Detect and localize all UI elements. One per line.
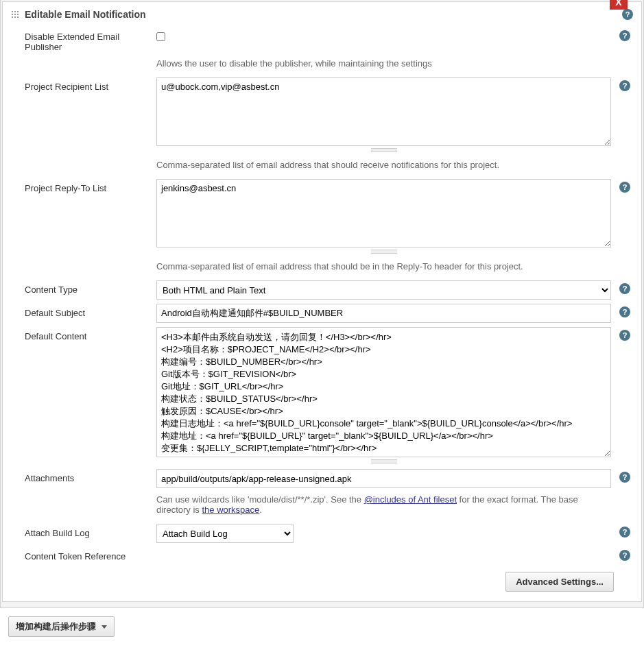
email-notification-section: X Editable Email Notification ? Disable …: [2, 1, 642, 602]
help-icon[interactable]: ?: [619, 330, 630, 341]
recipient-list-label: Project Recipient List: [11, 77, 148, 92]
token-ref-label: Content Token Reference: [11, 547, 148, 562]
content-type-label: Content Type: [11, 280, 148, 295]
help-icon[interactable]: ?: [619, 472, 630, 483]
disable-publisher-checkbox[interactable]: [156, 32, 165, 41]
resize-handle-icon[interactable]: [371, 250, 397, 254]
replyto-list-desc: Comma-separated list of email address th…: [156, 260, 611, 271]
recipient-list-input[interactable]: [156, 77, 611, 146]
add-postbuild-step-button[interactable]: 增加构建后操作步骤: [8, 616, 115, 637]
disable-publisher-desc: Allows the user to disable the publisher…: [156, 57, 611, 69]
ant-fileset-link[interactable]: @includes of Ant fileset: [364, 494, 457, 505]
attach-log-select[interactable]: Attach Build Log: [156, 524, 294, 543]
resize-handle-icon[interactable]: [371, 148, 397, 152]
advanced-settings-button[interactable]: Advanced Settings...: [505, 572, 614, 592]
default-content-label: Default Content: [11, 327, 148, 341]
help-icon[interactable]: ?: [619, 283, 630, 294]
close-button[interactable]: X: [610, 0, 628, 10]
section-title: Editable Email Notification: [25, 9, 146, 20]
attachments-input[interactable]: [156, 469, 611, 488]
default-content-input[interactable]: [156, 327, 611, 457]
attachments-desc: Can use wildcards like 'module/dist/**/*…: [156, 493, 611, 515]
help-icon[interactable]: ?: [619, 550, 630, 561]
help-icon[interactable]: ?: [619, 30, 630, 41]
help-icon[interactable]: ?: [619, 527, 630, 538]
default-subject-label: Default Subject: [11, 304, 148, 318]
workspace-link[interactable]: the workspace: [202, 505, 259, 515]
default-subject-input[interactable]: [156, 304, 611, 323]
help-icon[interactable]: ?: [619, 80, 630, 91]
resize-handle-icon[interactable]: [371, 459, 397, 463]
replyto-list-label: Project Reply-To List: [11, 179, 148, 193]
attachments-label: Attachments: [11, 469, 148, 483]
chevron-down-icon: [102, 625, 107, 629]
replyto-list-input[interactable]: [156, 179, 611, 247]
help-icon[interactable]: ?: [619, 306, 630, 317]
help-icon[interactable]: ?: [619, 182, 630, 193]
disable-publisher-label: Disable Extended Email Publisher: [11, 27, 148, 52]
help-icon[interactable]: ?: [622, 9, 633, 20]
drag-handle-icon[interactable]: [11, 10, 19, 19]
content-type-select[interactable]: Both HTML and Plain Text: [156, 280, 611, 300]
recipient-list-desc: Comma-separated list of email address th…: [156, 158, 611, 170]
attach-log-label: Attach Build Log: [11, 524, 148, 538]
